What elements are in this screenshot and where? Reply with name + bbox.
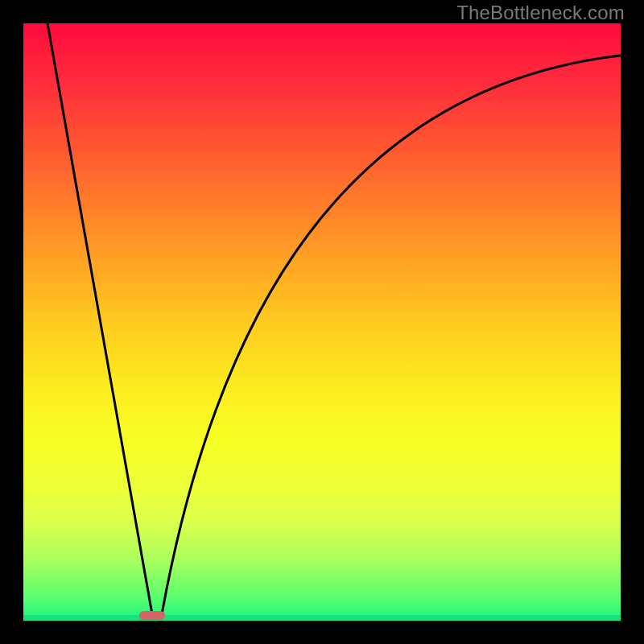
curve-right-branch [162,56,621,614]
minimum-marker [139,611,165,620]
curve-svg [23,23,621,621]
plot-area [23,23,621,621]
chart-frame: TheBottleneck.com [0,0,644,644]
curve-left-branch [47,23,152,614]
watermark-text: TheBottleneck.com [456,2,625,24]
